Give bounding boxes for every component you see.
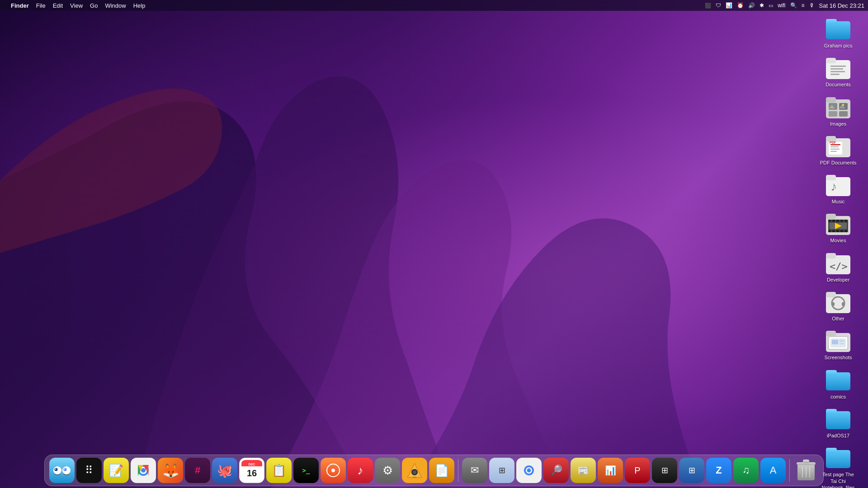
svg-text:DEC: DEC	[249, 463, 255, 466]
dock-item-finder[interactable]	[49, 458, 75, 483]
search-icon[interactable]: 🔍	[790, 2, 797, 9]
dock-item-vlc[interactable]	[402, 458, 427, 483]
dock-item-app8[interactable]: ⊞	[652, 458, 677, 483]
menubar-finder[interactable]: Finder	[11, 2, 29, 9]
dock-item-chrome2[interactable]	[516, 458, 542, 483]
desktop-icon-screenshots[interactable]: Screenshots	[818, 325, 859, 362]
svg-rect-36	[836, 230, 839, 232]
chrome2-dock-icon	[516, 458, 542, 483]
other-label: Other	[832, 315, 844, 322]
desktop-icon-graham-pics[interactable]: Graham pics	[818, 14, 859, 51]
dock-item-app-store[interactable]: A	[760, 458, 786, 483]
dock-item-chrome[interactable]	[131, 458, 156, 483]
desktop-icon-other[interactable]: Other	[818, 286, 859, 324]
desktop-icon-music[interactable]: ♪ Music	[818, 169, 859, 206]
svg-text:♪: ♪	[830, 179, 837, 193]
dock-item-notes[interactable]: 📋	[266, 458, 292, 483]
launchpad-dock-icon: ⠿	[76, 458, 102, 483]
clock-widget-icon[interactable]: ⏰	[737, 2, 744, 9]
app8-dock-icon: ⊞	[652, 458, 677, 483]
activity-icon[interactable]: 📊	[726, 2, 732, 9]
menubar-view[interactable]: View	[70, 2, 83, 9]
control-center-icon[interactable]: ≡	[802, 2, 805, 9]
dock-item-zoom[interactable]: Z	[706, 458, 731, 483]
ipados17-icon-img	[825, 405, 851, 432]
battery-icon[interactable]: ▭	[769, 3, 773, 9]
svg-rect-9	[826, 97, 836, 103]
screen-record-icon[interactable]: ⬛	[705, 3, 711, 9]
dock-item-github-desktop[interactable]: 🐙	[212, 458, 237, 483]
volume-icon[interactable]: 🔊	[748, 2, 755, 9]
desktop-icon-movies[interactable]: Movies	[818, 208, 859, 245]
menubar-file[interactable]: File	[36, 2, 46, 9]
dock-item-browser-stack[interactable]: ⊞	[489, 458, 514, 483]
svg-rect-19	[830, 146, 839, 147]
desktop-icon-pdf-documents[interactable]: PDF PDF Documents	[818, 131, 859, 168]
dock-item-app7[interactable]: P	[625, 458, 650, 483]
desktop-icon-documents[interactable]: Documents	[818, 52, 859, 89]
svg-text:PDF: PDF	[830, 141, 836, 144]
pdf-folder-svg: PDF	[826, 134, 850, 157]
dock-item-app9[interactable]: ⊞	[679, 458, 704, 483]
clock-display[interactable]: Sat 16 Dec 23:21	[819, 2, 864, 9]
menubar-go[interactable]: Go	[90, 2, 98, 9]
dock-item-launchpad[interactable]: ⠿	[76, 458, 102, 483]
svg-point-14	[842, 104, 844, 106]
dock-item-music[interactable]: ♪	[348, 458, 373, 483]
menubar-window[interactable]: Window	[105, 2, 126, 9]
graham-pics-label: Graham pics	[824, 42, 852, 49]
svg-point-67	[55, 469, 56, 469]
bluetooth-icon[interactable]: ✱	[760, 2, 764, 9]
dock-item-app5[interactable]: 📰	[571, 458, 596, 483]
menubar-right: ⬛ 🛡 📊 ⏰ 🔊 ✱ ▭ wifi 🔍 ≡ 🎙 Sat 16 Dec 23:2…	[705, 2, 864, 9]
stickies-dock-icon: 📝	[104, 458, 129, 483]
developer-icon-img: </>	[825, 249, 851, 276]
dock-item-terminal[interactable]: >_	[293, 458, 319, 483]
dock-separator-2	[789, 459, 790, 482]
dock-item-app4[interactable]: 🔎	[543, 458, 569, 483]
vpn-icon[interactable]: 🛡	[716, 2, 721, 9]
dock-item-trash[interactable]	[793, 458, 819, 483]
svg-rect-32	[840, 220, 843, 222]
dock-item-pages[interactable]: 📄	[429, 458, 454, 483]
dock-item-stickies[interactable]: 📝	[104, 458, 129, 483]
svg-point-84	[413, 470, 416, 474]
movies-folder-svg	[826, 211, 850, 235]
dock-item-slack[interactable]: #	[185, 458, 210, 483]
dock-item-app6[interactable]: 📊	[598, 458, 623, 483]
menubar-edit[interactable]: Edit	[53, 2, 63, 9]
dock-item-system-preferences[interactable]: ⚙	[375, 458, 400, 483]
wifi-icon[interactable]: wifi	[778, 2, 785, 9]
dock-item-missive[interactable]: ✉	[462, 458, 487, 483]
menubar-help[interactable]: Help	[133, 2, 146, 9]
dock-item-spotify[interactable]: ♫	[733, 458, 759, 483]
svg-point-66	[64, 468, 67, 471]
appstore-dock-icon: A	[760, 458, 786, 483]
siri-icon[interactable]: 🎙	[809, 2, 815, 9]
svg-rect-20	[830, 149, 840, 150]
menubar-left: Finder File Edit View Go Window Help	[4, 2, 145, 9]
svg-rect-13	[839, 111, 848, 117]
music-dock-icon: ♪	[348, 458, 373, 483]
desktop-icon-developer[interactable]: </> Developer	[818, 248, 859, 285]
desktop-icon-images[interactable]: Images	[818, 92, 859, 129]
sysprefs-dock-icon: ⚙	[375, 458, 400, 483]
dock-item-flux[interactable]	[321, 458, 346, 483]
graham-pics-folder-svg	[826, 18, 850, 39]
images-label: Images	[830, 121, 846, 127]
svg-rect-29	[828, 220, 831, 222]
dock-item-firefox[interactable]: 🦊	[158, 458, 183, 483]
desktop-icon-comics[interactable]: comics	[818, 365, 859, 402]
pdf-documents-label: PDF Documents	[820, 160, 857, 166]
screenshots-folder-svg	[826, 328, 850, 352]
svg-rect-18	[830, 144, 840, 145]
svg-rect-12	[829, 111, 837, 117]
comics-label: comics	[830, 394, 846, 400]
dock-item-calendar[interactable]: DEC 16	[239, 458, 264, 483]
menubar: Finder File Edit View Go Window Help ⬛ 🛡…	[0, 0, 868, 11]
svg-point-63	[62, 466, 71, 474]
desktop-icon-ipados17[interactable]: iPadOS17	[818, 404, 859, 441]
spotify-dock-icon: ♫	[733, 458, 759, 483]
trash-dock-icon	[793, 458, 819, 483]
svg-rect-27	[826, 214, 836, 219]
